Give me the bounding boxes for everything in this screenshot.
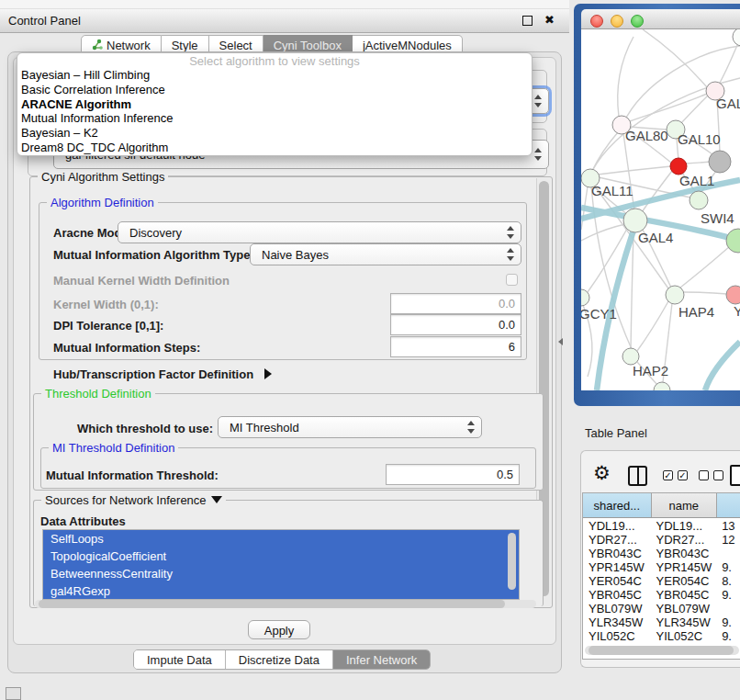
panel-corner-icon[interactable] xyxy=(6,687,21,700)
network-node-swi4[interactable] xyxy=(726,229,740,253)
horizontal-scrollbar[interactable] xyxy=(35,600,536,608)
mi-threshold-title: MI Threshold Definition xyxy=(49,441,178,455)
network-graph: GAL GAL80 GAL10 GAL1 GAL11 GAL4 SWI4 HAP… xyxy=(581,29,740,390)
table-row[interactable]: YDL19...YDL19...13 xyxy=(583,519,740,533)
tab-infer-network[interactable]: Infer Network xyxy=(332,650,430,669)
network-node-gal1[interactable] xyxy=(690,191,708,209)
float-window-icon[interactable] xyxy=(522,16,533,26)
node-label: GAL11 xyxy=(591,183,633,198)
network-node-gray[interactable] xyxy=(709,151,731,173)
list-item[interactable]: gal4RGexp xyxy=(43,582,519,600)
table-cell: YDL19... xyxy=(583,519,649,533)
zoom-traffic-light-icon[interactable] xyxy=(631,15,644,28)
tab-label: Select xyxy=(219,39,252,52)
dropdown-item[interactable]: Bayesian – Hill Climbing xyxy=(17,68,532,83)
algorithm-dropdown-list: Select algorithm to view settings Bayesi… xyxy=(17,52,533,156)
node-label: HAP2 xyxy=(633,363,668,378)
network-node-salmon[interactable] xyxy=(726,286,740,304)
splitter-collapse-icon[interactable] xyxy=(558,338,563,345)
table-row[interactable]: YDR27...YDR27...12 xyxy=(583,533,740,547)
tab-discretize-data[interactable]: Discretize Data xyxy=(225,650,332,669)
network-window-titlebar[interactable] xyxy=(581,9,740,29)
node-label: GAL10 xyxy=(678,131,721,147)
columns-icon[interactable] xyxy=(628,466,647,486)
scrollbar-thumb[interactable] xyxy=(39,600,505,608)
column-header-shared-name[interactable]: shared... xyxy=(583,493,652,517)
column-header-partial[interactable] xyxy=(717,493,740,517)
network-node-hap4[interactable] xyxy=(666,286,684,304)
table-row[interactable]: YER054CYER054C8. xyxy=(583,574,740,588)
node-label: HAP4 xyxy=(678,304,714,320)
dpi-tolerance-field[interactable]: 0.0 xyxy=(390,314,521,335)
list-item[interactable]: SelfLoops xyxy=(43,530,519,548)
close-traffic-light-icon[interactable] xyxy=(590,15,603,28)
manual-kernel-checkbox[interactable] xyxy=(506,274,518,286)
table-cell: 9. xyxy=(714,588,740,602)
table-rows: YDL19...YDL19...13 YDR27...YDR27...12 YB… xyxy=(583,519,740,644)
hub-definition-expander[interactable]: Hub/Transcription Factor Definition xyxy=(53,367,272,381)
node-label: Y xyxy=(734,303,740,319)
network-canvas[interactable]: GAL GAL80 GAL10 GAL1 GAL11 GAL4 SWI4 HAP… xyxy=(581,29,740,390)
scrollbar-thumb[interactable] xyxy=(589,646,734,655)
table-row[interactable]: YBR045CYBR045C9. xyxy=(583,588,740,602)
dropdown-item[interactable]: Bayesian – K2 xyxy=(17,126,532,141)
node-label: GAL1 xyxy=(679,173,714,188)
mi-steps-field[interactable]: 6 xyxy=(390,336,521,357)
list-item[interactable]: TopologicalCoefficient xyxy=(43,548,519,565)
table-row[interactable]: YBL079WYBL079W xyxy=(583,602,740,615)
mi-type-combobox[interactable]: Naive Bayes xyxy=(250,243,521,265)
table-cell: YER054C xyxy=(649,574,715,588)
table-row[interactable]: YPR145WYPR145W9. xyxy=(583,560,740,574)
tab-impute-data[interactable]: Impute Data xyxy=(134,650,225,669)
hub-definition-label: Hub/Transcription Factor Definition xyxy=(53,367,253,381)
apply-button[interactable]: Apply xyxy=(248,620,310,639)
network-node[interactable] xyxy=(733,29,740,46)
node-label: GAL80 xyxy=(625,128,668,143)
dropdown-item[interactable]: Mutual Information Inference xyxy=(17,111,532,126)
unchecked-checkbox-icon[interactable] xyxy=(713,470,723,480)
table-panel-title: Table Panel xyxy=(585,426,647,440)
close-icon[interactable]: ✖ xyxy=(544,13,555,27)
table-cell: 9. xyxy=(714,615,740,629)
table-row[interactable]: YIL052CYIL052C9. xyxy=(583,629,740,643)
table-cell: YLR345W xyxy=(649,615,715,629)
algorithm-definition-title: Algorithm Definition xyxy=(47,196,158,209)
unchecked-checkbox-icon[interactable] xyxy=(699,470,709,480)
dropdown-item-selected[interactable]: ARACNE Algorithm xyxy=(17,97,532,112)
gear-icon[interactable]: ⚙ xyxy=(593,462,611,484)
table-row[interactable]: YLR345WYLR345W9. xyxy=(583,615,740,629)
manual-kernel-label: Manual Kernel Width Definition xyxy=(53,274,230,288)
checked-checkbox-icon[interactable]: ✓ xyxy=(678,470,688,480)
table-cell: YBR043C xyxy=(649,547,715,560)
kernel-width-label: Kernel Width (0,1): xyxy=(53,298,159,311)
mi-threshold-field[interactable]: 0.5 xyxy=(386,464,520,485)
document-icon[interactable] xyxy=(730,465,740,486)
tab-label: Network xyxy=(107,39,151,52)
table-horizontal-scrollbar[interactable] xyxy=(585,646,739,655)
dropdown-item[interactable]: Dream8 DC_TDC Algorithm xyxy=(17,141,532,155)
table-cell: YBL079W xyxy=(583,602,649,615)
table-cell: 9. xyxy=(714,629,740,643)
sources-group-title[interactable]: Sources for Network Inference xyxy=(41,493,226,507)
list-scrollbar-thumb[interactable] xyxy=(508,533,516,590)
kernel-width-field[interactable]: 0.0 xyxy=(390,293,521,314)
settings-group-title: Cyni Algorithm Settings xyxy=(38,170,168,184)
table-cell: YBR045C xyxy=(583,588,649,602)
dropdown-placeholder: Select algorithm to view settings xyxy=(17,54,532,68)
data-attributes-list[interactable]: SelfLoops TopologicalCoefficient Between… xyxy=(42,529,520,600)
dropdown-item[interactable]: Basic Correlation Inference xyxy=(17,83,532,97)
minimize-traffic-light-icon[interactable] xyxy=(611,15,623,28)
combo-arrows-icon xyxy=(534,95,542,107)
mi-type-label: Mutual Information Algorithm Type: xyxy=(53,248,254,262)
table-header: shared... name xyxy=(583,493,740,518)
control-panel-titlebar[interactable]: Control Panel ✖ xyxy=(0,9,569,33)
table-row[interactable]: YBR043CYBR043C xyxy=(583,547,740,560)
column-header-name[interactable]: name xyxy=(652,493,718,517)
checked-checkbox-icon[interactable]: ✓ xyxy=(663,470,673,480)
bottom-tabs: Impute Data Discretize Data Infer Networ… xyxy=(133,649,431,670)
list-item[interactable]: BetweennessCentrality xyxy=(43,565,519,582)
combo-arrows-icon xyxy=(534,148,542,161)
aracne-mode-combobox[interactable]: Discovery xyxy=(118,221,521,243)
which-threshold-combobox[interactable]: MI Threshold xyxy=(218,416,482,438)
threshold-definition-title: Threshold Definition xyxy=(41,387,155,401)
